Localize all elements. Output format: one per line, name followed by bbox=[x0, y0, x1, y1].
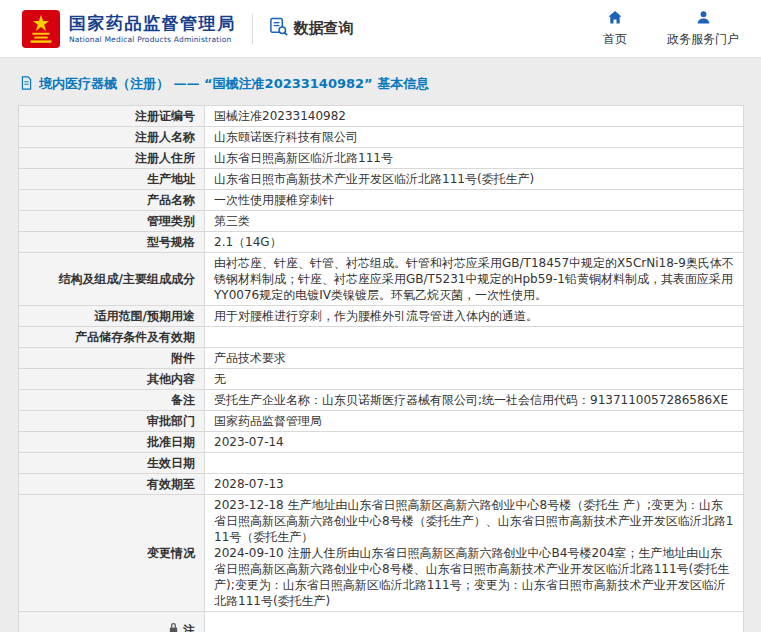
table-row-registration-number: 注册证编号 国械注准20233140982 bbox=[19, 106, 744, 127]
table-row-remarks: 备注 受托生产企业名称：山东贝诺斯医疗器械有限公司;统一社会信用代码：91371… bbox=[19, 390, 744, 411]
table-row-registrant-name: 注册人名称 山东颐诺医疗科技有限公司 bbox=[19, 127, 744, 148]
data-query-icon bbox=[269, 17, 288, 40]
row-value: 详情 bbox=[205, 612, 744, 632]
table-row-valid-until: 有效期至 2028-07-13 bbox=[19, 474, 744, 495]
breadcrumb-text: 境内医疗器械（注册） —— “国械注准20233140982” 基本信息 bbox=[39, 75, 429, 93]
national-emblem-logo[interactable] bbox=[22, 10, 60, 48]
data-query-button[interactable]: 数据查询 bbox=[269, 17, 354, 40]
data-query-label: 数据查询 bbox=[294, 19, 354, 38]
table-row-storage-conditions: 产品储存条件及有效期 bbox=[19, 327, 744, 348]
row-value: 受托生产企业名称：山东贝诺斯医疗器械有限公司;统一社会信用代码：91371100… bbox=[205, 390, 744, 411]
row-label: 批准日期 bbox=[19, 432, 205, 453]
row-value: 由衬芯座、针座、针管、衬芯组成。针管和衬芯应采用GB/T18457中规定的X5C… bbox=[205, 253, 744, 306]
table-row-effective-date: 生效日期 bbox=[19, 453, 744, 474]
row-label: 有效期至 bbox=[19, 474, 205, 495]
row-value bbox=[205, 327, 744, 348]
nav-portal-label: 政务服务门户 bbox=[667, 31, 739, 48]
row-label: 注册证编号 bbox=[19, 106, 205, 127]
row-value: 山东省日照市高新技术产业开发区临沂北路111号(委托生产) bbox=[205, 169, 744, 190]
row-label: 生产地址 bbox=[19, 169, 205, 190]
table-row-attachment: 附件 产品技术要求 bbox=[19, 348, 744, 369]
row-label: 备注 bbox=[19, 390, 205, 411]
row-label: 适用范围/预期用途 bbox=[19, 306, 205, 327]
agency-title: 国家药品监督管理局 National Medical Products Admi… bbox=[69, 13, 236, 44]
home-icon bbox=[607, 10, 623, 28]
row-value: 无 bbox=[205, 369, 744, 390]
row-value: 国械注准20233140982 bbox=[205, 106, 744, 127]
nav-portal[interactable]: 政务服务门户 bbox=[667, 10, 739, 48]
table-row-registrant-address: 注册人住所 山东省日照高新区临沂北路111号 bbox=[19, 148, 744, 169]
row-label: 注册人名称 bbox=[19, 127, 205, 148]
row-label: 生效日期 bbox=[19, 453, 205, 474]
site-header: 国家药品监督管理局 National Medical Products Admi… bbox=[0, 0, 761, 58]
row-value: 2.1（14G） bbox=[205, 232, 744, 253]
page-content: 境内医疗器械（注册） —— “国械注准20233140982” 基本信息 注册证… bbox=[0, 58, 761, 632]
row-label: 产品名称 bbox=[19, 190, 205, 211]
agency-title-cn: 国家药品监督管理局 bbox=[69, 13, 236, 33]
row-label: 管理类别 bbox=[19, 211, 205, 232]
table-row-other-content: 其他内容 无 bbox=[19, 369, 744, 390]
table-row-note: 注 详情 bbox=[19, 612, 744, 632]
row-label: 审批部门 bbox=[19, 411, 205, 432]
row-value: 2028-07-13 bbox=[205, 474, 744, 495]
row-value: 第三类 bbox=[205, 211, 744, 232]
table-row-approval-department: 审批部门 国家药品监督管理局 bbox=[19, 411, 744, 432]
row-label: 型号规格 bbox=[19, 232, 205, 253]
row-value bbox=[205, 453, 744, 474]
row-label: 结构及组成/主要组成成分 bbox=[19, 253, 205, 306]
nav-home-label: 首页 bbox=[603, 31, 627, 48]
row-value: 一次性使用腰椎穿刺针 bbox=[205, 190, 744, 211]
table-row-production-address: 生产地址 山东省日照市高新技术产业开发区临沂北路111号(委托生产) bbox=[19, 169, 744, 190]
row-label: 附件 bbox=[19, 348, 205, 369]
document-icon bbox=[20, 76, 33, 93]
row-label: 产品储存条件及有效期 bbox=[19, 327, 205, 348]
row-label: 注 bbox=[19, 612, 205, 632]
lock-icon bbox=[168, 622, 179, 632]
breadcrumb: 境内医疗器械（注册） —— “国械注准20233140982” 基本信息 bbox=[18, 70, 744, 97]
row-value: 2023-07-14 bbox=[205, 432, 744, 453]
header-divider bbox=[252, 14, 253, 44]
row-label: 注册人住所 bbox=[19, 148, 205, 169]
row-label: 变更情况 bbox=[19, 495, 205, 612]
registration-info-table: 注册证编号 国械注准20233140982 注册人名称 山东颐诺医疗科技有限公司… bbox=[18, 105, 744, 632]
row-value: 山东省日照高新区临沂北路111号 bbox=[205, 148, 744, 169]
row-label: 其他内容 bbox=[19, 369, 205, 390]
row-value: 国家药品监督管理局 bbox=[205, 411, 744, 432]
row-value: 产品技术要求 bbox=[205, 348, 744, 369]
table-row-model-spec: 型号规格 2.1（14G） bbox=[19, 232, 744, 253]
row-value: 山东颐诺医疗科技有限公司 bbox=[205, 127, 744, 148]
agency-title-en: National Medical Products Administration bbox=[69, 35, 236, 44]
table-row-change-history: 变更情况 2023-12-18 生产地址由山东省日照高新区高新六路创业中心8号楼… bbox=[19, 495, 744, 612]
table-row-management-class: 管理类别 第三类 bbox=[19, 211, 744, 232]
nav-home[interactable]: 首页 bbox=[603, 10, 627, 48]
row-label-text: 注 bbox=[183, 622, 195, 632]
row-value: 2023-12-18 生产地址由山东省日照高新区高新六路创业中心8号楼（委托生 … bbox=[205, 495, 744, 612]
user-icon bbox=[696, 10, 711, 28]
table-row-product-name: 产品名称 一次性使用腰椎穿刺针 bbox=[19, 190, 744, 211]
table-row-intended-use: 适用范围/预期用途 用于对腰椎进行穿刺，作为腰椎外引流导管进入体内的通道。 bbox=[19, 306, 744, 327]
row-value: 用于对腰椎进行穿刺，作为腰椎外引流导管进入体内的通道。 bbox=[205, 306, 744, 327]
table-row-composition: 结构及组成/主要组成成分 由衬芯座、针座、针管、衬芯组成。针管和衬芯应采用GB/… bbox=[19, 253, 744, 306]
table-row-approval-date: 批准日期 2023-07-14 bbox=[19, 432, 744, 453]
